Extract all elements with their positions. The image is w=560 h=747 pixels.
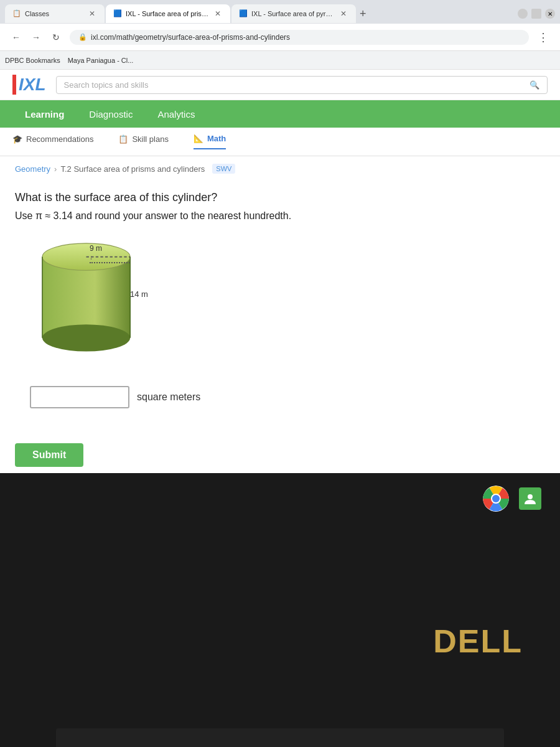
sub-nav-skill-plans[interactable]: 📋 Skill plans: [118, 134, 169, 149]
question-area: What is the surface area of this cylinde…: [0, 181, 560, 437]
math-label: Math: [207, 134, 226, 143]
submit-button[interactable]: Submit: [15, 443, 83, 467]
skill-plans-label: Skill plans: [132, 134, 169, 144]
tab-favicon-prisms: 🟦: [113, 9, 122, 18]
answer-area: square meters: [15, 380, 545, 415]
radius-label: 9 m: [90, 244, 102, 253]
browser-chrome: 📋 Classes ✕ 🟦 IXL - Surface area of pris…: [0, 0, 560, 70]
svg-point-9: [492, 495, 500, 502]
back-button[interactable]: ←: [7, 29, 25, 46]
keyboard-hint: [56, 728, 504, 747]
breadcrumb-topic: T.2 Surface area of prisms and cylinders: [60, 164, 205, 174]
taskbar-icons: [483, 486, 541, 512]
swv-badge: SWV: [212, 164, 235, 174]
breadcrumb-separator: ›: [54, 164, 57, 174]
skill-plans-icon: 📋: [118, 134, 128, 144]
tab-title-prisms: IXL - Surface area of prisms...: [126, 10, 209, 17]
laptop-bottom: DELL: [0, 473, 560, 747]
chrome-icon[interactable]: [483, 486, 509, 512]
tab-ixl-prisms[interactable]: 🟦 IXL - Surface area of prisms... ✕: [106, 4, 230, 23]
tab-favicon-classes: 📋: [12, 9, 21, 18]
recommendations-label: Recommendations: [26, 134, 93, 144]
tab-close-prisms[interactable]: ✕: [213, 9, 223, 19]
submit-area: Submit: [0, 437, 560, 473]
sub-nav-recommendations[interactable]: 🎓 Recommendations: [12, 134, 93, 149]
dotted-line: [90, 262, 130, 263]
chrome-svg: [483, 486, 509, 512]
ixl-logo: I XL: [12, 75, 46, 95]
tab-close-pyramids[interactable]: ✕: [338, 9, 348, 19]
diagram-container: 9 m ↓: [15, 237, 545, 361]
ixl-header: I XL Search topics and skills 🔍: [0, 70, 560, 100]
tab-title-pyramids: IXL - Surface area of pyramids: [251, 10, 335, 17]
url-bar[interactable]: 🔒 ixl.com/math/geometry/surface-area-of-…: [70, 30, 529, 45]
tab-title-classes: Classes: [25, 10, 83, 17]
tab-bar: 📋 Classes ✕ 🟦 IXL - Surface area of pris…: [0, 0, 560, 24]
search-placeholder: Search topics and skills: [64, 80, 525, 90]
tab-close-classes[interactable]: ✕: [87, 9, 97, 19]
bookmarks-bar: DPBC Bookmarks Maya Paniagua - Cl...: [0, 51, 560, 70]
tab-learning[interactable]: Learning: [12, 101, 77, 127]
tab-diagnostic[interactable]: Diagnostic: [77, 101, 145, 127]
tab-ixl-pyramids[interactable]: 🟦 IXL - Surface area of pyramids ✕: [231, 4, 356, 23]
ixl-logo-xl: XL: [24, 75, 46, 95]
window-minimize[interactable]: [518, 9, 528, 19]
arrow-down-icon: ↓: [90, 254, 93, 261]
user-icon-svg: [523, 492, 537, 505]
dell-logo: DELL: [433, 622, 523, 660]
answer-unit: square meters: [137, 392, 200, 403]
window-close[interactable]: ✕: [545, 9, 555, 19]
svg-point-10: [528, 494, 533, 499]
lock-icon: 🔒: [78, 33, 87, 41]
url-text: ixl.com/math/geometry/surface-area-of-pr…: [91, 33, 290, 42]
radius-annotation: 9 m ↓: [90, 244, 130, 263]
nav-buttons: ← → ↻: [7, 29, 65, 46]
svg-point-1: [42, 324, 130, 351]
browser-menu-button[interactable]: ⋮: [534, 28, 553, 47]
question-line2: Use π ≈ 3.14 and round your answer to th…: [15, 210, 545, 222]
bookmark-dpbc[interactable]: DPBC Bookmarks: [5, 57, 60, 64]
window-maximize[interactable]: [531, 9, 541, 19]
user-profile-icon[interactable]: [519, 487, 541, 510]
page-content: I XL Search topics and skills 🔍 Learning…: [0, 70, 560, 473]
new-tab-button[interactable]: +: [360, 7, 366, 21]
ixl-logo-i: I: [12, 75, 24, 95]
search-bar[interactable]: Search topics and skills 🔍: [56, 76, 548, 94]
tab-analytics[interactable]: Analytics: [145, 101, 207, 127]
bookmark-maya[interactable]: Maya Paniagua - Cl...: [68, 57, 134, 64]
search-icon: 🔍: [530, 80, 539, 90]
sub-nav-math[interactable]: 📐 Math: [194, 134, 226, 149]
breadcrumb: Geometry › T.2 Surface area of prisms an…: [0, 156, 560, 181]
nav-tabs-bar: Learning Diagnostic Analytics: [0, 100, 560, 128]
math-icon: 📐: [194, 134, 203, 143]
answer-input[interactable]: [30, 386, 129, 408]
bookmark-maya-label: Maya Paniagua - Cl...: [68, 57, 134, 64]
refresh-button[interactable]: ↻: [47, 29, 65, 46]
window-controls: ✕: [518, 9, 555, 19]
cylinder-diagram: 9 m ↓: [27, 237, 164, 361]
height-label: 14 m: [130, 289, 148, 299]
tab-classes[interactable]: 📋 Classes ✕: [5, 4, 105, 23]
address-bar: ← → ↻ 🔒 ixl.com/math/geometry/surface-ar…: [0, 24, 560, 51]
recommendations-icon: 🎓: [12, 134, 22, 144]
forward-button[interactable]: →: [27, 29, 45, 46]
tab-favicon-pyramids: 🟦: [239, 9, 248, 18]
sub-nav: 🎓 Recommendations 📋 Skill plans 📐 Math: [0, 128, 560, 156]
bookmark-dpbc-label: DPBC Bookmarks: [5, 57, 60, 64]
breadcrumb-geometry[interactable]: Geometry: [15, 164, 50, 174]
question-line1: What is the surface area of this cylinde…: [15, 191, 545, 204]
